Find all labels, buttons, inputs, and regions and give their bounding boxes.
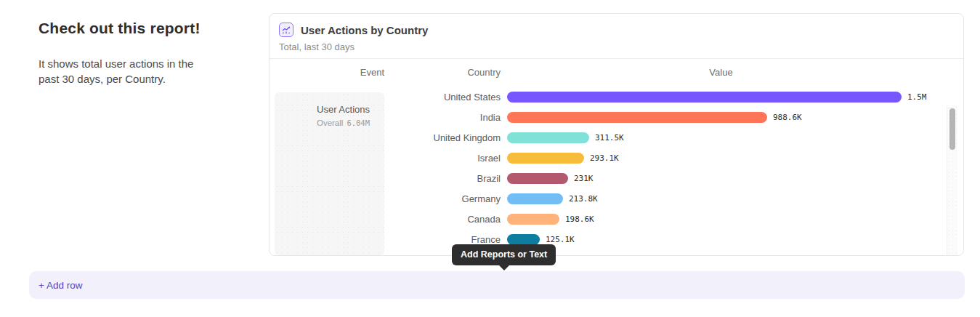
bar-area: 125.1K [507, 234, 963, 245]
event-summary-box[interactable]: User Actions Overall6.04M [275, 92, 384, 255]
intro-text-block: Check out this report! It shows total us… [39, 20, 242, 87]
vertical-scrollbar[interactable] [947, 105, 957, 255]
bar-chart-area: Event Country Value User Actions Overall… [270, 59, 963, 255]
bar-area: 311.5K [507, 132, 963, 143]
bar-area: 293.1K [507, 153, 963, 164]
value-label: 231K [574, 174, 594, 183]
page-description: It shows total user actions in the past … [39, 56, 209, 87]
value-label: 125.1K [546, 235, 575, 244]
bar-area: 231K [507, 173, 963, 184]
report-title: User Actions by Country [301, 24, 428, 36]
bar-area: 198.6K [507, 214, 963, 225]
report-card[interactable]: User Actions by Country Total, last 30 d… [269, 13, 964, 256]
scrollbar-thumb[interactable] [949, 108, 955, 150]
add-row-label: + Add row [39, 280, 82, 291]
report-subtitle: Total, last 30 days [279, 41, 954, 52]
value-bar[interactable] [507, 214, 559, 225]
value-bar[interactable] [507, 173, 568, 184]
column-header-value: Value [501, 67, 963, 78]
column-headers: Event Country Value [270, 59, 963, 78]
bar-area: 1.5M [507, 92, 963, 103]
value-label: 293.1K [590, 153, 619, 163]
bar-area: 213.8K [507, 193, 963, 204]
value-label: 213.8K [569, 194, 598, 204]
report-card-header: User Actions by Country Total, last 30 d… [270, 14, 963, 58]
tooltip-label: Add Reports or Text [461, 249, 547, 260]
overall-value: 6.04M [347, 119, 370, 127]
overall-label: Overall [317, 119, 343, 127]
value-label: 198.6K [565, 214, 594, 224]
value-label: 311.5K [595, 133, 624, 143]
value-bar[interactable] [507, 92, 902, 103]
value-bar[interactable] [507, 234, 540, 245]
value-bar[interactable] [507, 153, 584, 164]
column-header-event: Event [270, 67, 384, 78]
tooltip: Add Reports or Text [452, 244, 556, 265]
bar-area: 988.6K [507, 112, 963, 123]
value-label: 1.5M [907, 92, 927, 102]
column-header-country: Country [384, 67, 501, 78]
add-row-button[interactable]: + Add row [29, 271, 965, 299]
value-label: 988.6K [773, 113, 802, 122]
value-bar[interactable] [507, 132, 589, 143]
page-title: Check out this report! [39, 20, 242, 37]
line-chart-icon [279, 23, 293, 37]
value-bar[interactable] [507, 193, 563, 204]
value-bar[interactable] [507, 112, 767, 123]
event-name: User Actions [275, 104, 370, 115]
event-overall: Overall6.04M [275, 119, 370, 127]
